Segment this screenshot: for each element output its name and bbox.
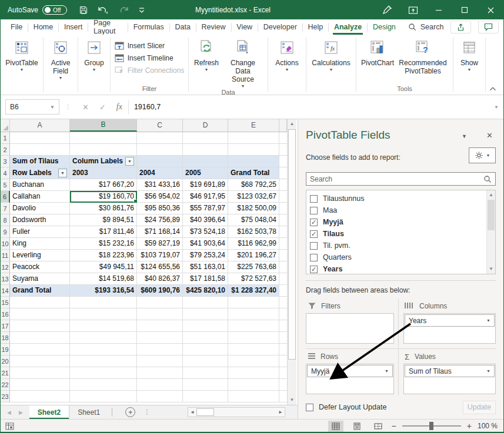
cell-partial-3[interactable] [279,156,287,167]
cell-C13[interactable]: $40 826,37 [137,273,183,285]
pane-options-icon[interactable]: ▼ [462,133,467,139]
cell-C22[interactable] [137,379,183,391]
cell-B10[interactable]: $15 232,16 [70,238,137,250]
cell-B1[interactable] [70,132,137,144]
cell-A10[interactable]: King [10,238,70,250]
defer-layout-checkbox[interactable] [306,404,313,411]
save-icon[interactable] [79,5,88,15]
insert-function-icon[interactable]: fx [116,102,122,112]
select-all-corner[interactable] [1,119,10,132]
share-button[interactable] [450,21,471,33]
cell-B13[interactable]: $14 519,68 [70,273,137,285]
group-button[interactable]: Group ▼ [81,36,107,72]
field-item-tilaustunnus[interactable]: Tilaustunnus [310,193,494,204]
cell-D12[interactable]: $51 163,01 [183,261,228,273]
cell-E6[interactable]: $123 032,67 [228,191,279,203]
cell-C18[interactable] [137,332,183,344]
cell-B6[interactable]: $19 160,70 [70,191,137,203]
row-header-21[interactable]: 21 [1,367,10,379]
ink-pen-icon[interactable] [374,1,400,19]
cell-E18[interactable] [228,332,279,344]
sheet-tab-sheet2[interactable]: Sheet2 [29,405,69,419]
cell-A6[interactable]: Callahan [10,191,70,203]
tab-file[interactable]: File [5,19,28,35]
vertical-scrollbar[interactable]: ▲ ▼ [287,119,296,405]
cell-B15[interactable] [70,297,137,308]
cell-C4[interactable]: 2004 [137,167,183,179]
column-header-B[interactable]: B [70,119,137,132]
cell-C8[interactable]: $24 756,89 [137,214,183,226]
cell-E9[interactable]: $162 503,78 [228,226,279,238]
row-header-4[interactable]: 4 [1,167,10,179]
cell-C1[interactable] [137,132,183,144]
minimize-button[interactable] [426,1,452,19]
cell-D2[interactable] [183,144,228,156]
column-header-E[interactable]: E [228,119,279,132]
cell-B3[interactable]: ▼Column Labels [70,156,137,167]
pill-myyj[interactable]: Myyjä▼ [307,365,393,377]
cell-A1[interactable] [10,132,70,144]
enter-icon[interactable]: ✓ [99,103,106,112]
cell-C16[interactable] [137,308,183,320]
cell-E13[interactable]: $72 527,63 [228,273,279,285]
row-header-11[interactable]: 11 [1,250,10,261]
row-header-23[interactable]: 23 [1,391,10,402]
cell-partial-22[interactable] [279,379,287,391]
cell-E14[interactable]: $1 228 327,40 [228,285,279,297]
horizontal-scrollbar-thumb[interactable] [196,408,214,416]
tab-home[interactable]: Home [28,19,58,35]
tab-analyze[interactable]: Analyze [329,19,367,35]
sheet-nav-left-icon[interactable]: ◄ [1,409,18,416]
refresh-button[interactable]: Refresh ▼ [192,36,221,72]
normal-view-button[interactable] [328,421,343,432]
row-header-22[interactable]: 22 [1,379,10,391]
cell-D5[interactable]: $19 691,89 [183,179,228,191]
cell-B16[interactable] [70,308,137,320]
cell-E19[interactable] [228,344,279,355]
cell-B20[interactable] [70,355,137,367]
cell-A14[interactable]: Grand Total [10,285,70,297]
row-header-5[interactable]: 5 [1,179,10,191]
page-layout-view-button[interactable] [349,421,365,432]
field-checkbox-years[interactable]: ✓ [310,266,318,273]
scroll-down-icon[interactable]: ▼ [288,395,296,405]
rows-area-box[interactable]: Myyjä▼ [306,364,394,394]
cell-B14[interactable]: $193 316,54 [70,285,137,297]
cell-B11[interactable]: $18 223,96 [70,250,137,261]
maximize-button[interactable] [452,1,478,19]
cell-C20[interactable] [137,355,183,367]
undo-icon[interactable] [97,5,109,15]
cell-E12[interactable]: $225 763,68 [228,261,279,273]
horizontal-scrollbar[interactable]: ◄ ► [188,407,285,417]
cell-C7[interactable]: $95 850,36 [137,203,183,214]
field-item-maa[interactable]: Maa [310,204,494,216]
cell-C15[interactable] [137,297,183,308]
cell-E5[interactable]: $68 792,25 [228,179,279,191]
cell-partial-10[interactable] [279,238,287,250]
cell-E1[interactable] [228,132,279,144]
field-checkbox-myyj[interactable]: ✓ [310,219,318,226]
field-item-myyj[interactable]: ✓Myyjä [310,216,494,228]
row-header-2[interactable]: 2 [1,144,10,156]
cell-B9[interactable]: $17 811,46 [70,226,137,238]
filter-dropdown-icon[interactable]: ▼ [125,157,134,166]
vertical-scrollbar-thumb[interactable] [288,129,296,360]
cell-D15[interactable] [183,297,228,308]
cell-E22[interactable] [228,379,279,391]
cell-partial-8[interactable] [279,214,287,226]
cell-D4[interactable]: 2005 [183,167,228,179]
field-item-til-pvm[interactable]: Til. pvm. [310,240,494,251]
tab-search[interactable]: Search [408,23,444,31]
cell-E2[interactable] [228,144,279,156]
insert-slicer-button[interactable]: Insert Slicer [115,42,185,50]
scroll-right-icon[interactable]: ► [276,408,285,417]
collapse-ribbon-button[interactable] [489,86,496,91]
cell-A13[interactable]: Suyama [10,273,70,285]
row-header-18[interactable]: 18 [1,332,10,344]
cell-partial-7[interactable] [279,203,287,214]
cell-D10[interactable]: $41 903,64 [183,238,228,250]
cell-D18[interactable] [183,332,228,344]
cell-A9[interactable]: Fuller [10,226,70,238]
cell-D19[interactable] [183,344,228,355]
cell-D1[interactable] [183,132,228,144]
